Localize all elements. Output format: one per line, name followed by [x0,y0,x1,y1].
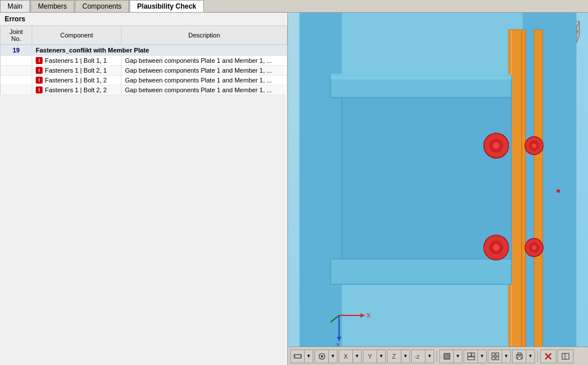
component-cell: ! Fasteners 1 | Bolt 2, 2 [32,85,122,95]
svg-rect-49 [472,353,475,356]
view-z-icon: Z [388,349,401,363]
svg-text:X: X [366,311,371,319]
component-text: Fasteners 1 | Bolt 2, 2 [45,86,107,93]
component-cell: ! Fasteners 1 | Bolt 1, 2 [32,76,122,85]
joint-no-cell: 19 [1,45,32,56]
description-cell: Gap between components Plate 1 and Membe… [122,56,287,66]
table-row[interactable]: ! Fasteners 1 | Bolt 1, 2 Gap between co… [1,76,287,85]
render-mode-arrow[interactable]: ▼ [454,349,462,363]
table-row[interactable]: ! Fasteners 1 | Bolt 2, 2 Gap between co… [1,85,287,95]
fit-all-dropdown[interactable]: ▼ [290,349,313,363]
svg-text:Z: Z [392,353,396,360]
view-neg-z-dropdown[interactable]: -Z ▼ [411,349,434,363]
error-icon: ! [36,57,43,64]
panel-button[interactable] [557,349,574,363]
print-dropdown[interactable]: ▼ [512,349,535,363]
3d-model-svg: X Z [288,13,588,347]
fit-all-arrow[interactable]: ▼ [305,349,313,363]
svg-rect-8 [299,13,342,347]
separator-2 [537,351,538,362]
view-select-icon [315,349,329,363]
error-icon: ! [36,67,43,74]
svg-rect-53 [492,357,495,360]
svg-rect-9 [523,13,576,347]
view-neg-z-arrow[interactable]: ▼ [426,349,434,363]
tab-main[interactable]: Main [0,0,30,12]
component-text: Fasteners 1 | Bolt 2, 1 [45,67,107,74]
table-container[interactable]: JointNo. Component Description 19 Fasten… [0,26,287,365]
errors-table: JointNo. Component Description 19 Fasten… [0,26,287,95]
view-x-icon: X [339,349,353,363]
svg-text:-Z: -Z [415,354,420,360]
col-description: Description [122,26,287,45]
scene-container[interactable]: FRONT TOP R [288,13,588,347]
table-header-row: JointNo. Component Description [1,26,287,45]
view-y-dropdown[interactable]: Y ▼ [363,349,386,363]
svg-point-42 [321,355,323,358]
view-z-dropdown[interactable]: Z ▼ [387,349,410,363]
component-cell: ! Fasteners 1 | Bolt 2, 1 [32,66,122,76]
svg-point-20 [493,142,500,149]
table-row[interactable]: ! Fasteners 1 | Bolt 1, 1 Gap between co… [1,56,287,66]
description-cell: Gap between components Plate 1 and Membe… [122,85,287,95]
view-x-arrow[interactable]: ▼ [353,349,361,363]
joint-no-empty [1,56,32,66]
right-panel: FRONT TOP R [288,13,588,365]
svg-rect-48 [468,353,471,356]
svg-point-29 [532,245,536,250]
svg-point-30 [557,189,560,193]
description-cell: Gap between components Plate 1 and Membe… [122,66,287,76]
view-z-arrow[interactable]: ▼ [401,349,409,363]
joint-no-empty [1,76,32,85]
render-mode-dropdown[interactable]: ▼ [439,349,462,363]
table-row[interactable]: ! Fasteners 1 | Bolt 2, 1 Gap between co… [1,66,287,76]
viewport-arrow[interactable]: ▼ [478,349,486,363]
joint-no-empty [1,66,32,76]
svg-rect-16 [331,259,511,284]
left-panel: Errors JointNo. Component Description 19… [0,13,288,365]
viewport-icon [464,349,478,363]
view-y-arrow[interactable]: ▼ [377,349,385,363]
view-neg-z-icon: -Z [412,349,426,363]
separator-1 [437,351,437,362]
render-mode-icon [440,349,454,363]
svg-rect-13 [534,29,543,347]
print-icon [513,349,526,363]
view-x-dropdown[interactable]: X ▼ [339,349,362,363]
svg-rect-14 [342,86,511,262]
error-icon: ! [36,77,43,84]
layout-arrow[interactable]: ▼ [502,349,510,363]
layout-dropdown[interactable]: ▼ [488,349,511,363]
svg-rect-17 [331,74,511,80]
svg-text:Y: Y [368,353,372,360]
component-text: Fasteners 1 | Bolt 1, 1 [45,57,107,64]
view-select-dropdown[interactable]: ▼ [314,349,337,363]
view-select-arrow[interactable]: ▼ [329,349,337,363]
svg-point-26 [493,244,500,251]
component-cell: ! Fasteners 1 | Bolt 1, 1 [32,56,122,66]
group-header-row[interactable]: 19 Fasteners_conflikt with Member Plate [1,45,287,56]
tab-components[interactable]: Components [75,0,129,12]
svg-rect-51 [492,353,495,356]
main-layout: Errors JointNo. Component Description 19… [0,13,588,365]
fit-all-icon [291,349,305,363]
svg-text:X: X [344,353,348,360]
viewport-dropdown[interactable]: ▼ [464,349,487,363]
tab-members[interactable]: Members [31,0,74,12]
tab-bar: Main Members Components Plausibility Che… [0,0,588,13]
description-cell: Gap between components Plate 1 and Membe… [122,76,287,85]
col-joint-no: JointNo. [1,26,32,45]
print-arrow[interactable]: ▼ [526,349,534,363]
svg-rect-57 [518,357,521,359]
svg-rect-47 [444,353,450,359]
svg-rect-54 [496,357,499,360]
col-component: Component [32,26,122,45]
svg-rect-60 [562,353,569,359]
component-text: Fasteners 1 | Bolt 1, 2 [45,77,107,84]
tab-plausibility-check[interactable]: Plausibility Check [130,0,204,12]
svg-text:Z: Z [336,342,340,347]
bottom-toolbar: ▼ ▼ X ▼ Y ▼ [288,347,588,365]
error-icon: ! [36,86,43,93]
svg-point-23 [532,144,536,148]
close-red-button[interactable] [540,349,556,363]
